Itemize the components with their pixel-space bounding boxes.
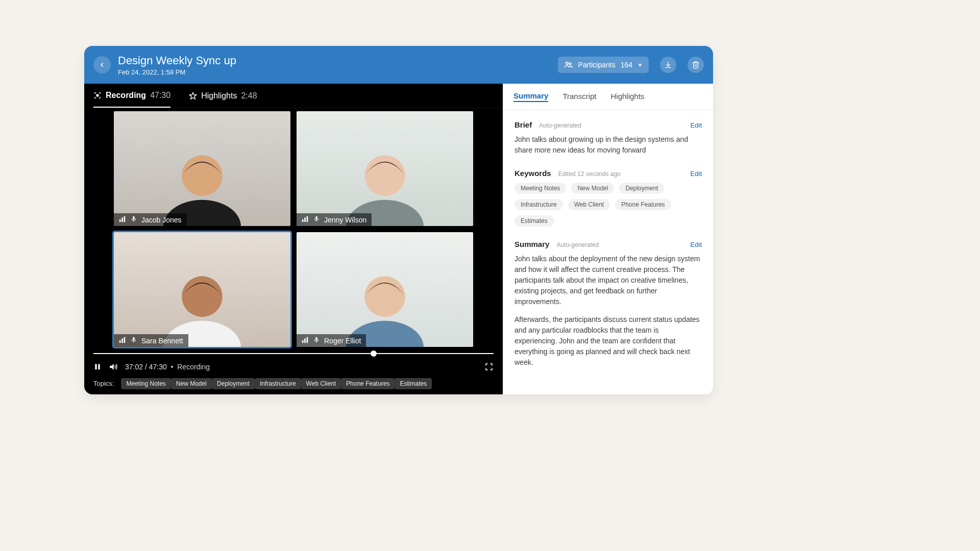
keyword-chip[interactable]: Web Client xyxy=(568,199,610,210)
svg-point-6 xyxy=(182,155,223,196)
keywords-edit-link[interactable]: Edit xyxy=(691,170,702,178)
caret-down-icon: ▼ xyxy=(638,62,643,68)
video-tile[interactable]: Jacob Jones xyxy=(114,111,290,226)
mic-icon xyxy=(313,215,320,224)
back-button[interactable] xyxy=(93,56,111,73)
insights-tabs: SummaryTranscriptHighlights xyxy=(503,84,713,110)
topic-chip[interactable]: Estimates xyxy=(395,378,432,389)
svg-rect-9 xyxy=(124,216,126,222)
participants-icon xyxy=(564,60,573,69)
topic-chip[interactable]: New Model xyxy=(171,378,212,389)
tab-highlights-label: Highlights xyxy=(201,91,237,101)
player-controls: 37:02 / 47:30 • Recording xyxy=(84,357,503,375)
svg-rect-37 xyxy=(98,364,100,370)
svg-rect-17 xyxy=(307,216,308,222)
section-keywords: Keywords Edited 12 seconds ago Edit Meet… xyxy=(514,169,702,227)
svg-rect-7 xyxy=(119,219,121,222)
svg-marker-38 xyxy=(110,364,114,370)
svg-rect-32 xyxy=(304,338,306,343)
volume-button[interactable] xyxy=(109,362,118,371)
time-current: 37:02 xyxy=(125,363,143,371)
keyword-chip[interactable]: Deployment xyxy=(619,183,664,194)
pause-button[interactable] xyxy=(93,363,102,371)
keyword-chip[interactable]: Estimates xyxy=(514,215,554,227)
signal-bars-icon xyxy=(302,215,309,224)
player-status: Recording xyxy=(177,363,210,371)
participant-name: Jacob Jones xyxy=(141,216,182,224)
brief-meta: Auto-generated xyxy=(539,122,581,129)
video-panel: Recording 47:30 Highlights 2:48 Jacob Jo… xyxy=(84,84,503,394)
tab-highlights[interactable]: Highlights 2:48 xyxy=(189,91,257,101)
signal-bars-icon xyxy=(119,215,126,224)
summary-meta: Auto-generated xyxy=(556,241,599,248)
star-outline-icon xyxy=(189,92,197,100)
video-tile[interactable]: Jenny Wilson xyxy=(297,111,473,226)
video-grid: Jacob Jones Jenny Wilson Sara Bennett xyxy=(114,111,473,347)
participant-video xyxy=(114,111,290,226)
brief-edit-link[interactable]: Edit xyxy=(691,121,702,129)
trash-icon xyxy=(692,61,700,69)
tab-recording[interactable]: Recording 47:30 xyxy=(93,84,170,108)
keyword-chip[interactable]: Infrastructure xyxy=(514,199,563,210)
tile-name-strip: Jenny Wilson xyxy=(297,213,372,226)
svg-rect-31 xyxy=(302,340,304,343)
download-button[interactable] xyxy=(660,57,676,73)
participants-count: 164 xyxy=(621,61,632,69)
svg-rect-25 xyxy=(124,337,126,343)
download-icon xyxy=(664,61,672,69)
brief-text: John talks about growing up in the desig… xyxy=(514,134,702,156)
participants-dropdown[interactable]: Participants 164 ▼ xyxy=(558,57,649,73)
svg-rect-33 xyxy=(307,337,308,343)
tab-highlights-time: 2:48 xyxy=(241,91,257,101)
summary-p1: John talks about the deployment of the n… xyxy=(514,254,702,307)
player-time: 37:02 / 47:30 • Recording xyxy=(125,363,210,371)
fullscreen-button[interactable] xyxy=(484,362,494,371)
svg-point-22 xyxy=(182,276,223,317)
tab-summary[interactable]: Summary xyxy=(513,91,548,102)
section-brief: Brief Auto-generated Edit John talks abo… xyxy=(514,120,702,156)
video-tile[interactable]: Sara Bennett xyxy=(114,232,290,347)
participants-label: Participants xyxy=(578,61,616,69)
chevron-left-icon xyxy=(99,61,106,68)
svg-rect-16 xyxy=(304,217,306,222)
video-tile[interactable]: Roger Elliot xyxy=(297,232,473,347)
header-bar: Design Weekly Sync up Feb 24, 2022, 1:58… xyxy=(84,46,713,84)
participant-name: Sara Bennett xyxy=(141,337,183,345)
scrubber-knob[interactable] xyxy=(371,350,377,357)
keyword-chip[interactable]: Meeting Notes xyxy=(514,183,566,194)
keywords-meta: Edited 12 seconds ago xyxy=(558,170,621,178)
summary-title: Summary xyxy=(514,240,549,248)
topic-chip[interactable]: Web Client xyxy=(301,378,341,389)
svg-rect-23 xyxy=(119,340,121,343)
topic-chip[interactable]: Meeting Notes xyxy=(121,378,170,389)
video-grid-wrap: Jacob Jones Jenny Wilson Sara Bennett xyxy=(84,108,503,350)
svg-rect-8 xyxy=(121,217,123,222)
video-tabs: Recording 47:30 Highlights 2:48 xyxy=(84,84,503,108)
keyword-chip[interactable]: New Model xyxy=(571,183,614,194)
summary-text: John talks about the deployment of the n… xyxy=(514,254,702,368)
keywords-title: Keywords xyxy=(514,169,551,178)
tab-highlights[interactable]: Highlights xyxy=(611,92,645,102)
tab-recording-label: Recording xyxy=(106,91,146,100)
brief-title: Brief xyxy=(514,120,532,129)
topic-chip[interactable]: Infrastructure xyxy=(255,378,301,389)
topic-chip[interactable]: Phone Features xyxy=(341,378,395,389)
topic-chip[interactable]: Deployment xyxy=(212,378,255,389)
svg-rect-24 xyxy=(121,338,123,343)
tile-name-strip: Jacob Jones xyxy=(114,213,187,226)
tile-name-strip: Roger Elliot xyxy=(297,334,366,347)
tile-name-strip: Sara Bennett xyxy=(114,334,188,347)
mic-icon xyxy=(313,336,320,345)
fullscreen-icon xyxy=(484,362,494,371)
delete-button[interactable] xyxy=(688,57,704,73)
mic-icon xyxy=(130,336,137,345)
scrubber[interactable] xyxy=(84,350,503,357)
summary-p2: Afterwards, the participants discuss cur… xyxy=(514,314,702,368)
tab-transcript[interactable]: Transcript xyxy=(562,92,596,102)
summary-edit-link[interactable]: Edit xyxy=(691,241,702,248)
meeting-datetime: Feb 24, 2022, 1:58 PM xyxy=(118,68,236,76)
svg-rect-36 xyxy=(95,364,96,370)
signal-bars-icon xyxy=(302,336,309,345)
keyword-chip[interactable]: Phone Features xyxy=(615,199,671,210)
svg-point-1 xyxy=(569,63,571,65)
